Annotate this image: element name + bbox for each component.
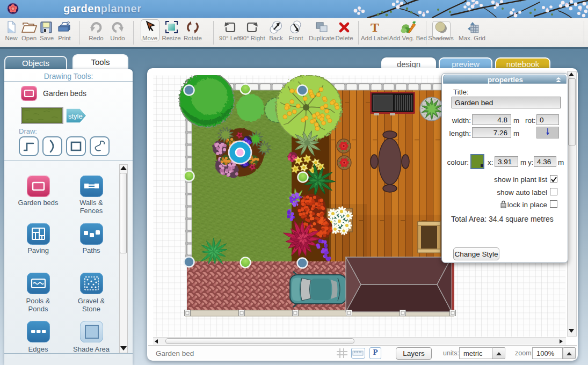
svg-text:T: T — [371, 20, 379, 34]
svg-text:style: style — [68, 112, 83, 120]
